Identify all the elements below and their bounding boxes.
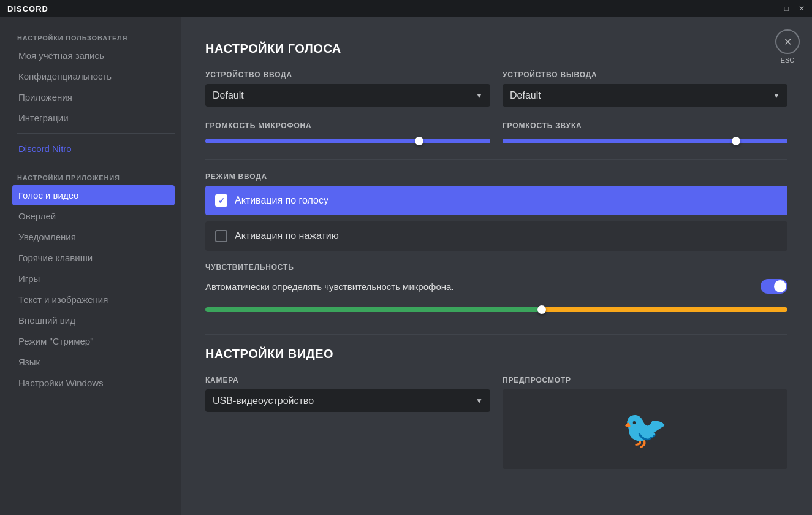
sidebar-item-text[interactable]: Текст и изображения: [12, 289, 175, 310]
preview-silhouette: 🐦: [622, 408, 668, 451]
toggle-knob: [774, 280, 786, 292]
sidebar-item-apps[interactable]: Приложения: [12, 87, 175, 107]
voice-settings-title: НАСТРОЙКИ ГОЛОСА: [205, 42, 787, 56]
user-settings-section-label: НАСТРОЙКИ ПОЛЬЗОВАТЕЛЯ: [12, 29, 181, 44]
input-mode-section: РЕЖИМ ВВОДА Активация по голосу Активаци…: [205, 172, 787, 251]
mic-volume-track: [205, 139, 490, 143]
close-button[interactable]: ✕: [799, 5, 805, 12]
sound-volume-track: [503, 139, 787, 143]
sidebar-divider-2: [17, 164, 175, 164]
volume-sliders-row: ГРОМКОСТЬ МИКРОФОНА ГРОМКОСТЬ ЗВУКА: [205, 121, 787, 147]
input-device-select-wrapper: Default ▼: [205, 84, 490, 107]
sidebar-item-games[interactable]: Игры: [12, 269, 175, 289]
input-device-label: УСТРОЙСТВО ВВОДА: [205, 71, 490, 79]
voice-activation-option[interactable]: Активация по голосу: [205, 186, 787, 215]
sensitivity-track: [205, 307, 787, 312]
sensitivity-section: ЧУВСТВИТЕЛЬНОСТЬ Автоматически определят…: [205, 263, 787, 316]
sound-volume-label: ГРОМКОСТЬ ЗВУКА: [503, 121, 787, 130]
title-bar: DISCORD ─ □ ✕: [0, 0, 812, 17]
maximize-button[interactable]: □: [784, 5, 789, 12]
auto-detect-label: Автоматически определять чувствительност…: [205, 281, 454, 292]
mic-volume-thumb[interactable]: [415, 137, 423, 145]
sensitivity-left-track: [205, 307, 543, 312]
push-to-talk-checkbox[interactable]: [215, 230, 227, 242]
sensitivity-right-track: [543, 307, 787, 312]
sidebar-item-appearance[interactable]: Внешний вид: [12, 310, 175, 330]
minimize-button[interactable]: ─: [769, 5, 775, 12]
sidebar-item-voice[interactable]: Голос и видео: [12, 185, 175, 205]
sidebar-item-integrations[interactable]: Интеграции: [12, 108, 175, 128]
sidebar-item-hotkeys[interactable]: Горячие клавиши: [12, 248, 175, 268]
close-icon: ✕: [784, 36, 792, 48]
sensitivity-slider-container: [205, 303, 787, 316]
preview-label: ПРЕДПРОСМОТР: [503, 376, 787, 384]
preview-field: ПРЕДПРОСМОТР 🐦: [503, 376, 787, 469]
sidebar-item-streamer[interactable]: Режим "Стример": [12, 331, 175, 351]
camera-select[interactable]: USB-видеоустройство: [205, 389, 490, 412]
mic-volume-label: ГРОМКОСТЬ МИКРОФОНА: [205, 121, 490, 130]
device-row: УСТРОЙСТВО ВВОДА Default ▼ УСТРОЙСТВО ВЫ…: [205, 71, 787, 107]
sound-volume-slider-container: [503, 135, 787, 147]
esc-button[interactable]: ✕ ESC: [775, 29, 800, 64]
camera-label: КАМЕРА: [205, 376, 490, 384]
mic-volume-slider-container: [205, 135, 490, 147]
voice-activation-checkbox[interactable]: [215, 194, 227, 207]
sidebar-item-privacy[interactable]: Конфиденциальность: [12, 66, 175, 86]
output-device-select[interactable]: Default: [503, 84, 787, 107]
video-settings-title: НАСТРОЙКИ ВИДЕО: [205, 347, 787, 361]
output-device-label: УСТРОЙСТВО ВЫВОДА: [503, 71, 787, 79]
app-logo: DISCORD: [7, 4, 48, 13]
app-settings-section-label: НАСТРОЙКИ ПРИЛОЖЕНИЯ: [12, 169, 181, 184]
voice-activation-label: Активация по голосу: [235, 195, 328, 206]
sidebar-item-notifications[interactable]: Уведомления: [12, 227, 175, 247]
divider-1: [205, 159, 787, 160]
sidebar-item-overlay[interactable]: Оверлей: [12, 206, 175, 226]
sidebar-item-account[interactable]: Моя учётная запись: [12, 45, 175, 66]
esc-label: ESC: [781, 56, 795, 64]
input-device-select[interactable]: Default: [205, 84, 490, 107]
preview-box: 🐦: [503, 389, 787, 469]
window-controls: ─ □ ✕: [769, 5, 805, 12]
sound-volume-field: ГРОМКОСТЬ ЗВУКА: [503, 121, 787, 147]
main-content: ✕ ESC НАСТРОЙКИ ГОЛОСА УСТРОЙСТВО ВВОДА …: [181, 17, 812, 515]
input-mode-label: РЕЖИМ ВВОДА: [205, 172, 787, 181]
video-row: КАМЕРА USB-видеоустройство ▼ ПРЕДПРОСМОТ…: [205, 376, 787, 469]
output-device-select-wrapper: Default ▼: [503, 84, 787, 107]
mic-volume-field: ГРОМКОСТЬ МИКРОФОНА: [205, 121, 490, 147]
camera-field: КАМЕРА USB-видеоустройство ▼: [205, 376, 490, 469]
sound-volume-thumb[interactable]: [732, 137, 740, 145]
push-to-talk-option[interactable]: Активация по нажатию: [205, 221, 787, 251]
auto-detect-row: Автоматически определять чувствительност…: [205, 279, 787, 294]
divider-2: [205, 334, 787, 335]
input-device-field: УСТРОЙСТВО ВВОДА Default ▼: [205, 71, 490, 107]
app-body: НАСТРОЙКИ ПОЛЬЗОВАТЕЛЯ Моя учётная запис…: [0, 17, 812, 515]
auto-detect-toggle[interactable]: [761, 279, 787, 294]
sidebar-item-language[interactable]: Язык: [12, 352, 175, 372]
output-device-field: УСТРОЙСТВО ВЫВОДА Default ▼: [503, 71, 787, 107]
sidebar-divider-1: [17, 133, 175, 134]
esc-circle[interactable]: ✕: [775, 29, 800, 54]
sidebar: НАСТРОЙКИ ПОЛЬЗОВАТЕЛЯ Моя учётная запис…: [0, 17, 181, 515]
sidebar-item-nitro[interactable]: Discord Nitro: [12, 139, 175, 159]
sensitivity-thumb[interactable]: [537, 305, 546, 314]
camera-select-wrapper: USB-видеоустройство ▼: [205, 389, 490, 412]
push-to-talk-label: Активация по нажатию: [235, 231, 339, 242]
sensitivity-label: ЧУВСТВИТЕЛЬНОСТЬ: [205, 263, 787, 272]
sidebar-item-windows[interactable]: Настройки Windows: [12, 373, 175, 393]
